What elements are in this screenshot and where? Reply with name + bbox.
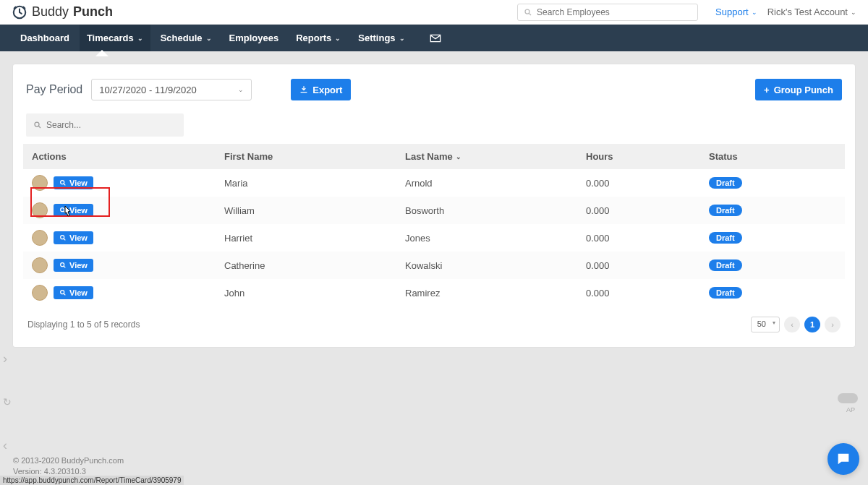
- col-last-name[interactable]: Last Name⌄: [399, 144, 580, 169]
- table-row: ViewJohnRamirez0.000Draft: [23, 279, 845, 306]
- chevron-down-icon: ⌄: [851, 9, 856, 16]
- pagination: 50 ‹ 1 ›: [751, 317, 841, 332]
- cell-first-name: Maria: [218, 169, 399, 197]
- search-icon: [59, 179, 67, 186]
- cell-hours: 0.000: [580, 252, 703, 279]
- table-row: ViewMariaArnold0.000Draft: [23, 169, 845, 197]
- view-button[interactable]: View: [54, 286, 93, 299]
- table-row: ViewCatherineKowalski0.000Draft: [23, 252, 845, 279]
- search-icon: [33, 121, 42, 129]
- nav-label: Settings: [358, 33, 395, 43]
- ap-label: AP: [846, 406, 855, 413]
- nav-schedule[interactable]: Schedule⌄: [153, 25, 219, 51]
- cell-hours: 0.000: [580, 224, 703, 252]
- cell-last-name: Arnold: [399, 169, 580, 197]
- status-badge: Draft: [709, 259, 742, 271]
- cell-first-name: William: [218, 197, 399, 224]
- support-label: Support: [715, 7, 749, 17]
- search-employees-input[interactable]: [537, 7, 692, 17]
- chevron-down-icon: ⌄: [137, 35, 143, 42]
- svg-point-1: [525, 9, 529, 14]
- chat-launcher[interactable]: [827, 443, 859, 475]
- table-search-box[interactable]: [26, 113, 184, 137]
- account-menu[interactable]: Rick's Test Account ⌄: [767, 7, 856, 17]
- export-button[interactable]: Export: [291, 79, 351, 100]
- per-page-select[interactable]: 50: [751, 317, 780, 332]
- cell-first-name: John: [218, 279, 399, 306]
- svg-point-6: [61, 263, 64, 267]
- group-punch-label: Group Punch: [774, 85, 833, 95]
- status-badge: Draft: [709, 287, 742, 299]
- view-button[interactable]: View: [54, 204, 93, 217]
- col-status[interactable]: Status: [703, 144, 845, 169]
- view-button[interactable]: View: [54, 176, 93, 189]
- chevron-down-icon: ⌄: [206, 35, 212, 42]
- page-current[interactable]: 1: [804, 317, 820, 332]
- pay-period-select[interactable]: 10/27/2020 - 11/9/2020 ⌄: [91, 79, 252, 100]
- pay-period-value: 10/27/2020 - 11/9/2020: [99, 85, 196, 95]
- search-icon: [59, 262, 67, 269]
- nav-dashboard[interactable]: Dashboard: [13, 25, 77, 51]
- nav-messages[interactable]: [422, 25, 448, 51]
- clock-icon: [12, 4, 27, 20]
- export-label: Export: [312, 85, 342, 95]
- svg-point-7: [61, 291, 64, 294]
- nav-settings[interactable]: Settings⌄: [351, 25, 412, 51]
- svg-point-3: [61, 181, 64, 184]
- view-button[interactable]: View: [54, 259, 93, 272]
- cell-first-name: Catherine: [218, 252, 399, 279]
- page-footer: © 2013-2020 BuddyPunch.com Version: 4.3.…: [13, 455, 124, 476]
- table-search-input[interactable]: [46, 120, 155, 130]
- cell-last-name: Bosworth: [399, 197, 580, 224]
- group-punch-button[interactable]: + Group Punch: [755, 79, 842, 100]
- avatar: [32, 230, 48, 246]
- search-icon: [59, 234, 67, 241]
- view-label: View: [69, 233, 88, 242]
- envelope-icon: [430, 34, 441, 43]
- view-label: View: [69, 179, 88, 187]
- brand-text-1: Buddy: [32, 4, 69, 20]
- nav-label: Dashboard: [20, 33, 69, 43]
- nav-employees[interactable]: Employees: [222, 25, 286, 51]
- view-button[interactable]: View: [54, 231, 93, 244]
- chevron-left-icon[interactable]: ‹: [3, 438, 7, 453]
- chevron-down-icon: ⌄: [238, 86, 244, 93]
- col-hours[interactable]: Hours: [580, 144, 703, 169]
- col-first-name[interactable]: First Name: [218, 144, 399, 169]
- version: Version: 4.3.20310.3: [13, 466, 124, 476]
- chevron-down-icon: ⌄: [456, 153, 461, 160]
- brand-text-2: Punch: [73, 4, 113, 20]
- chevron-down-icon: ⌄: [335, 35, 341, 42]
- download-icon: [299, 85, 308, 94]
- brand-logo[interactable]: Buddy Punch: [12, 4, 113, 20]
- svg-point-5: [61, 236, 64, 239]
- topbar: Buddy Punch Support ⌄ Rick's Test Accoun…: [0, 0, 868, 25]
- mini-toggle[interactable]: [838, 393, 858, 403]
- nav-reports[interactable]: Reports⌄: [289, 25, 348, 51]
- plus-icon: +: [764, 85, 770, 95]
- cell-first-name: Harriet: [218, 224, 399, 252]
- table-row: ViewWilliamBosworth0.000Draft: [23, 197, 845, 224]
- avatar: [32, 257, 48, 273]
- cell-last-name: Kowalski: [399, 252, 580, 279]
- nav-label: Employees: [229, 33, 279, 43]
- refresh-icon[interactable]: ↻: [3, 396, 12, 408]
- nav-timecards[interactable]: Timecards⌄: [80, 25, 150, 51]
- col-last-name-label: Last Name: [405, 151, 453, 162]
- avatar: [32, 202, 48, 218]
- svg-point-4: [61, 208, 64, 212]
- nav-label: Schedule: [161, 33, 203, 43]
- chevron-right-icon[interactable]: ›: [3, 351, 7, 366]
- cell-hours: 0.000: [580, 197, 703, 224]
- status-badge: Draft: [709, 232, 742, 244]
- page-next[interactable]: ›: [825, 317, 841, 332]
- search-employees-box[interactable]: [517, 4, 698, 21]
- cell-last-name: Jones: [399, 224, 580, 252]
- active-tab-pointer: [95, 50, 109, 56]
- support-link[interactable]: Support ⌄: [715, 7, 757, 17]
- search-icon: [524, 8, 532, 17]
- status-badge: Draft: [709, 177, 742, 189]
- page-prev[interactable]: ‹: [784, 317, 800, 332]
- svg-point-2: [35, 122, 39, 126]
- cell-hours: 0.000: [580, 279, 703, 306]
